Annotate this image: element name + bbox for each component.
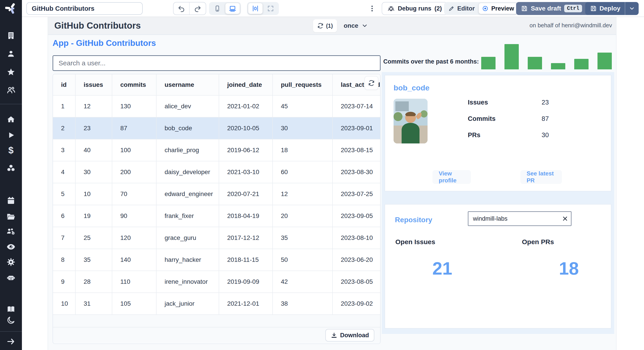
table-cell: 3 <box>53 139 75 161</box>
table-cell: grace_guru <box>156 227 219 249</box>
arrow-right-icon[interactable] <box>6 337 16 346</box>
table-cell: 28 <box>75 271 112 293</box>
table-cell: irene_innovator <box>156 271 219 293</box>
column-header[interactable]: issues <box>75 74 112 95</box>
redo-button[interactable] <box>190 3 206 15</box>
table-cell: 10 <box>53 293 75 315</box>
kebab-menu-icon[interactable] <box>368 3 376 14</box>
table-cell: 200 <box>112 161 156 183</box>
table-row[interactable]: 22387bob_code2020-10-05302023-09-01 <box>53 117 380 139</box>
clear-input-icon[interactable] <box>561 215 569 222</box>
open-issues-value: 21 <box>395 258 489 279</box>
schedule-dropdown[interactable]: once <box>344 19 368 32</box>
preview-tab[interactable]: Preview <box>479 3 517 14</box>
column-header[interactable]: joined_date <box>219 74 272 95</box>
gear-icon[interactable] <box>6 257 16 267</box>
debug-runs-button[interactable]: Debug runs (2) <box>382 2 448 15</box>
table-cell: 2023-08-10 <box>332 227 380 249</box>
mobile-view-button[interactable] <box>210 3 224 14</box>
table-cell: 5 <box>53 183 75 205</box>
repository-input[interactable] <box>468 211 572 226</box>
star-icon[interactable] <box>6 68 16 77</box>
table-cell: 2017-12-12 <box>219 227 272 249</box>
table-cell: frank_fixer <box>156 205 219 227</box>
app-title-input[interactable] <box>26 2 143 15</box>
folder-icon[interactable] <box>6 212 16 221</box>
see-latest-pr-button[interactable]: See latest PR <box>520 170 562 184</box>
table-row[interactable]: 340100charlie_prog2019-06-12182023-08-15 <box>53 139 380 161</box>
column-header[interactable]: username <box>156 74 219 95</box>
table-cell: 2023-09-01 <box>332 117 380 139</box>
undo-button[interactable] <box>174 3 190 15</box>
table-row[interactable]: 112130alice_dev2021-01-02452023-07-14 <box>53 95 380 117</box>
home-icon[interactable] <box>6 115 16 124</box>
table-cell: 2020-10-05 <box>219 117 272 139</box>
table-empty-area <box>53 315 380 327</box>
eye-icon[interactable] <box>6 242 16 252</box>
column-header[interactable]: commits <box>112 74 156 95</box>
editor-tab[interactable]: Editor <box>445 3 478 14</box>
table-row[interactable]: 725120grace_guru2017-12-12352023-08-10 <box>53 227 380 249</box>
app-heading: App - GitHub Contributors <box>52 39 156 48</box>
chevron-down-icon <box>361 22 368 29</box>
deploy-dropdown-button[interactable] <box>625 2 639 15</box>
stat-label: Commits <box>468 115 542 122</box>
table-cell: 120 <box>112 227 156 249</box>
table-row[interactable]: 835140harry_hacker2018-11-15502023-06-20 <box>53 249 380 271</box>
deploy-button[interactable]: Deploy <box>585 2 639 15</box>
table-cell: edward_engineer <box>156 183 219 205</box>
table-row[interactable]: 1031105jack_junior2021-12-01382023-09-02 <box>53 293 380 315</box>
users-gear-icon[interactable] <box>6 227 16 236</box>
download-icon <box>331 332 338 338</box>
table-cell: 20 <box>272 205 332 227</box>
app-header-title: GitHub Contributors <box>54 21 141 31</box>
search-input[interactable] <box>52 55 380 71</box>
on-behalf-of-text: on behalf of henri@windmill.dev <box>530 22 612 29</box>
calendar-icon[interactable] <box>6 196 16 205</box>
stat-row: Commits 87 <box>468 115 593 122</box>
robot-icon[interactable] <box>6 273 16 282</box>
users-icon[interactable] <box>6 86 16 95</box>
left-sidebar: $ <box>0 0 22 350</box>
column-header[interactable]: pull_requests <box>272 74 332 95</box>
contributors-table-body: 112130alice_dev2021-01-02452023-07-14223… <box>53 95 380 315</box>
download-button[interactable]: Download <box>325 329 374 341</box>
stat-row: PRs 30 <box>468 131 593 139</box>
table-cell: 2019-06-12 <box>219 139 272 161</box>
table-cell: 2023-09-05 <box>332 205 380 227</box>
avatar-image <box>394 99 428 143</box>
bounded-width-button[interactable] <box>248 3 262 14</box>
table-refresh-button[interactable] <box>364 76 378 90</box>
table-cell: bob_code <box>156 117 219 139</box>
chart-bar <box>481 57 496 69</box>
books-icon[interactable] <box>6 304 16 314</box>
repository-heading: Repository <box>395 216 432 224</box>
moon-icon[interactable] <box>6 316 16 325</box>
play-icon[interactable] <box>7 131 15 139</box>
column-header[interactable]: id <box>53 74 75 95</box>
table-cell: 35 <box>75 249 112 271</box>
desktop-view-button[interactable] <box>226 3 240 14</box>
view-profile-button[interactable]: View profile <box>432 170 471 184</box>
dollar-icon[interactable]: $ <box>8 146 14 155</box>
table-row[interactable]: 61990frank_fixer2018-04-19202023-09-05 <box>53 205 380 227</box>
right-panel: bob_code Issues 23 <box>382 72 614 334</box>
cubes-icon[interactable] <box>6 164 16 173</box>
table-cell: 30 <box>75 161 112 183</box>
table-cell: 35 <box>272 227 332 249</box>
table-row[interactable]: 430200daisy_developer2021-03-10602023-08… <box>53 161 380 183</box>
table-row[interactable]: 51070edward_engineer2020-07-21122023-07-… <box>53 183 380 205</box>
user-icon[interactable] <box>6 50 16 58</box>
building-icon[interactable] <box>6 31 16 40</box>
table-cell: 60 <box>272 161 332 183</box>
stat-value: 30 <box>542 131 549 139</box>
app-header-band: GitHub Contributors (1) once on behalf o… <box>48 17 616 35</box>
table-cell: 2021-03-10 <box>219 161 272 183</box>
app-refresh-button[interactable]: (1) <box>313 19 337 32</box>
open-issues-stat: Open Issues 21 <box>395 238 489 279</box>
full-width-button[interactable] <box>264 3 278 14</box>
windmill-logo[interactable] <box>5 2 17 14</box>
table-row[interactable]: 928110irene_innovator2019-09-09422023-08… <box>53 271 380 293</box>
table-cell: 25 <box>75 227 112 249</box>
table-cell: 1 <box>53 95 75 117</box>
